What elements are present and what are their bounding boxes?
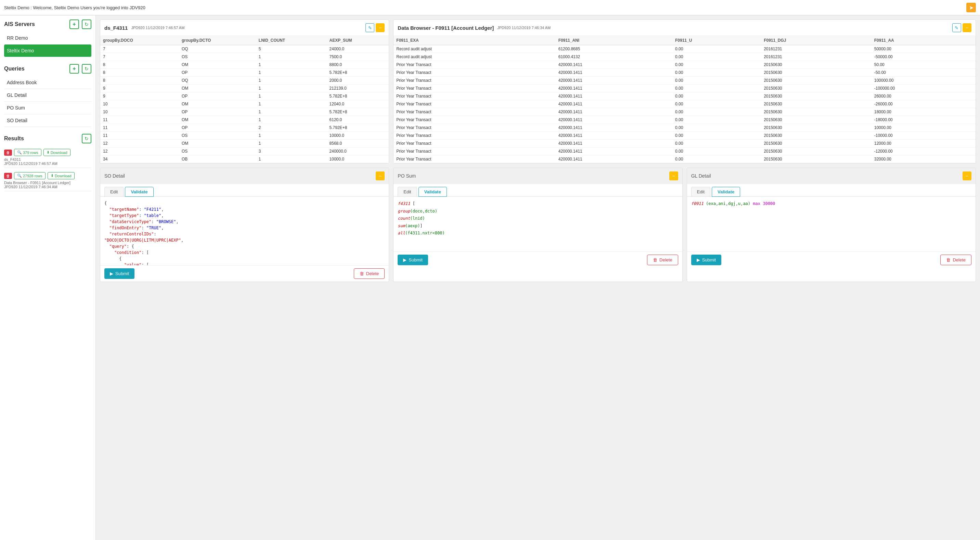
data-browser-table: F0911_EXA F0911_ANI F0911_U F0911_DGJ F0… — [393, 36, 975, 163]
gl-detail-tab-validate[interactable]: Validate — [712, 187, 740, 197]
col-f0911-ani: F0911_ANI — [556, 36, 672, 45]
ds-f4311-table: groupBy.DOCO groupBy.DCTO LNID_COUNT AEX… — [100, 36, 389, 163]
submit-icon-gl: ▶ — [697, 257, 700, 263]
data-browser-minimize-button[interactable]: − — [963, 23, 972, 32]
queries-refresh-button[interactable] — [82, 64, 91, 73]
result-download-button-2[interactable]: ⬇ Download — [48, 172, 75, 179]
gl-detail-panel-header: GL Detail − — [687, 168, 975, 184]
so-detail-minimize-button[interactable]: − — [376, 172, 385, 180]
data-browser-panel: Data Browser - F0911 [Account Ledger] JP… — [393, 19, 976, 164]
result-download-button-1[interactable]: ⬇ Download — [43, 149, 70, 156]
delete-icon-2: 🗑 — [6, 174, 10, 178]
gl-detail-submit-button[interactable]: ▶ Submit — [691, 255, 721, 265]
ais-server-item-rr[interactable]: RR Demo — [4, 32, 91, 45]
query-item-address-book[interactable]: Address Book — [4, 76, 91, 89]
po-sum-delete-button[interactable]: 🗑 Delete — [647, 255, 678, 265]
so-detail-tab-validate[interactable]: Validate — [125, 187, 153, 197]
po-sum-code: f4311 [ group(doco,dcto) count(lnid) sum… — [393, 197, 682, 252]
download-icon-2: ⬇ — [51, 174, 54, 178]
table-row: Prior Year Transact420000.14110.00201506… — [393, 84, 975, 92]
query-item-gl-detail[interactable]: GL Detail — [4, 89, 91, 102]
so-detail-submit-button[interactable]: ▶ Submit — [104, 268, 134, 279]
po-sum-title-group: PO Sum — [398, 173, 416, 178]
table-row: 12OM18568.0 — [100, 140, 389, 148]
results-header: Results — [4, 134, 91, 143]
result-delete-button-2[interactable]: 🗑 — [4, 173, 12, 179]
queries-btns — [68, 64, 91, 73]
results-refresh-button[interactable] — [82, 134, 91, 143]
table-row: 34OB110000.0 — [100, 155, 389, 163]
ds-f4311-panel: ds_F4311 JPD920 11/12/2019 7:46:57 AM ✎ … — [100, 19, 389, 164]
po-sum-footer: ▶ Submit 🗑 Delete — [393, 252, 682, 268]
result-delete-button-1[interactable]: 🗑 — [4, 150, 12, 156]
gl-detail-footer: ▶ Submit 🗑 Delete — [687, 252, 975, 268]
so-detail-footer: ▶ Submit 🗑 Delete — [100, 265, 389, 282]
edit-icon-db: ✎ — [955, 25, 958, 30]
sidebar: AIS Servers RR Demo Steltix Demo Queries — [0, 15, 96, 540]
so-detail-code: { "targetName": "F4211", "targetType": "… — [100, 197, 389, 265]
result-item-row-2: 🗑 🔍 27928 rows ⬇ Download — [4, 172, 91, 179]
po-sum-tabs: Edit Validate — [393, 184, 682, 197]
result-rows-button-2[interactable]: 🔍 27928 rows — [14, 172, 46, 179]
so-detail-tab-edit[interactable]: Edit — [104, 187, 124, 196]
download-icon-1: ⬇ — [46, 150, 49, 155]
po-sum-panel: PO Sum − Edit Validate f4311 [ — [393, 168, 682, 282]
ais-add-button[interactable] — [70, 19, 79, 29]
minimize-icon-so: − — [379, 174, 382, 178]
col-groupby-doco: groupBy.DOCO — [100, 36, 179, 45]
so-detail-panel: SO Detail − Edit Validate { — [100, 168, 389, 282]
search-icon-1: 🔍 — [17, 150, 22, 155]
ais-server-item-steltix[interactable]: Steltix Demo — [4, 45, 91, 57]
ais-servers-section: AIS Servers RR Demo Steltix Demo — [4, 19, 91, 57]
queries-header: Queries — [4, 64, 91, 73]
gl-detail-tabs: Edit Validate — [687, 184, 975, 197]
result-item-row-1: 🗑 🔍 379 rows ⬇ Download — [4, 149, 91, 156]
col-f0911-exa: F0911_EXA — [393, 36, 555, 45]
table-row: Prior Year Transact420000.14110.00201506… — [393, 148, 975, 155]
ais-refresh-button[interactable] — [82, 19, 91, 29]
col-aexp-sum: AEXP_SUM — [327, 36, 389, 45]
refresh-icon — [84, 22, 89, 27]
results-section: Results 🗑 🔍 379 rows ⬇ Download — [4, 134, 91, 191]
delete-icon-so: 🗑 — [360, 271, 364, 276]
gl-detail-delete-button[interactable]: 🗑 Delete — [940, 255, 972, 265]
table-row: 11OS110000.0 — [100, 132, 389, 140]
po-sum-tab-edit[interactable]: Edit — [398, 187, 417, 196]
ds-f4311-panel-header: ds_F4311 JPD920 11/12/2019 7:46:57 AM ✎ … — [100, 20, 389, 36]
ds-f4311-minimize-button[interactable]: − — [376, 23, 385, 32]
ais-servers-title: AIS Servers — [4, 21, 35, 27]
refresh-icon — [84, 66, 89, 72]
result-meta-2: JPD920 11/12/2019 7:46:34 AM — [4, 185, 91, 189]
table-row: 8OM18800.0 — [100, 61, 389, 69]
plus-icon — [73, 21, 76, 27]
table-row: Record audit adjust61200.86850.002016123… — [393, 45, 975, 53]
data-browser-title: Data Browser - F0911 [Account Ledger] — [398, 25, 494, 31]
data-browser-edit-button[interactable]: ✎ — [952, 23, 961, 32]
po-sum-tab-validate[interactable]: Validate — [418, 187, 447, 197]
po-sum-title: PO Sum — [398, 173, 416, 178]
submit-icon-po: ▶ — [403, 257, 407, 263]
po-sum-submit-button[interactable]: ▶ Submit — [398, 255, 428, 265]
refresh-icon — [84, 136, 89, 141]
so-detail-delete-button[interactable]: 🗑 Delete — [354, 268, 385, 279]
ds-f4311-edit-button[interactable]: ✎ — [366, 23, 374, 32]
po-sum-minimize-button[interactable]: − — [669, 172, 678, 180]
edit-icon: ✎ — [368, 25, 372, 30]
data-browser-title-group: Data Browser - F0911 [Account Ledger] JP… — [398, 25, 550, 31]
gl-detail-minimize-button[interactable]: − — [963, 172, 972, 180]
query-item-po-sum[interactable]: PO Sum — [4, 102, 91, 114]
result-rows-button-1[interactable]: 🔍 379 rows — [14, 149, 41, 156]
main-layout: AIS Servers RR Demo Steltix Demo Queries — [0, 15, 980, 540]
delete-icon-po: 🗑 — [653, 257, 657, 263]
queries-add-button[interactable] — [70, 64, 79, 73]
table-row: 10OP15.782E+8 — [100, 108, 389, 116]
col-f0911-dgj: F0911_DGJ — [761, 36, 872, 45]
table-row: Prior Year Transact420000.14110.00201506… — [393, 155, 975, 163]
minimize-icon-db: − — [966, 25, 968, 30]
table-row: Prior Year Transact420000.14110.00201506… — [393, 76, 975, 84]
gl-detail-tab-edit[interactable]: Edit — [691, 187, 710, 196]
query-item-so-detail[interactable]: SO Detail — [4, 114, 91, 127]
table-row: 9OP15.782E+8 — [100, 92, 389, 100]
minimize-icon-gl: − — [966, 174, 968, 178]
table-row: Prior Year Transact420000.14110.00201506… — [393, 116, 975, 124]
